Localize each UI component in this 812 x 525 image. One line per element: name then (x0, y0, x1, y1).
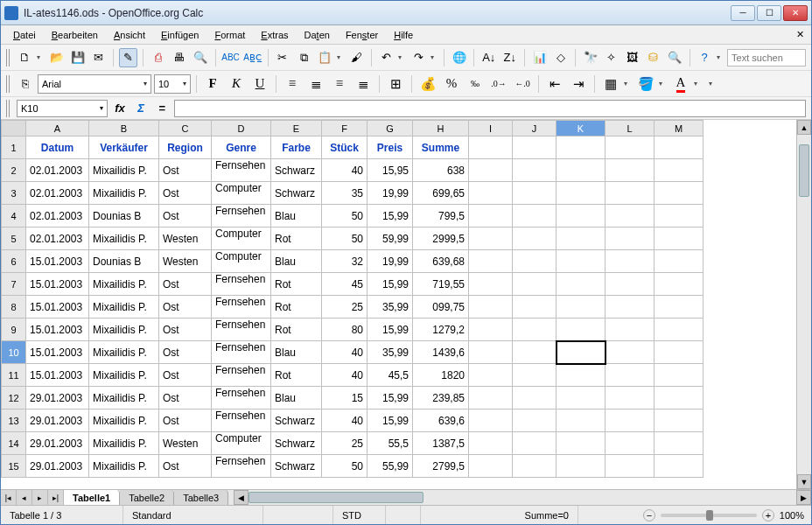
cell-D11[interactable]: Fernsehen (212, 364, 271, 387)
cell-G12[interactable]: 15,99 (368, 387, 413, 410)
formula-grip[interactable] (6, 100, 10, 117)
cell-E12[interactable]: Blau (271, 387, 322, 410)
row-header-6[interactable]: 6 (2, 250, 26, 273)
col-header-M[interactable]: M (654, 121, 704, 136)
open-icon[interactable]: 📂 (47, 48, 66, 67)
cell-B4[interactable]: Dounias B (89, 205, 159, 228)
cell-C14[interactable]: Westen (159, 432, 212, 455)
cell-B6[interactable]: Dounias B (89, 250, 159, 273)
bgcolor-icon[interactable]: 🪣 (635, 74, 656, 94)
cell-J3[interactable] (513, 182, 556, 205)
tab-prev-icon[interactable]: ◂ (17, 490, 32, 505)
cell-H6[interactable]: 639,68 (413, 250, 469, 273)
zoom-out-icon[interactable]: − (643, 509, 655, 522)
row-header-12[interactable]: 12 (2, 387, 26, 410)
menu-close-icon[interactable]: ✕ (794, 28, 806, 40)
gallery-icon[interactable]: 🖼 (623, 48, 641, 67)
redo-dropdown[interactable]: ▾ (430, 53, 439, 61)
cell-M4[interactable] (654, 205, 704, 228)
cell-M7[interactable] (654, 273, 704, 296)
cell-K5[interactable] (556, 228, 606, 250)
cell-G1[interactable]: Preis (368, 136, 413, 159)
paste-icon[interactable]: 📋 (316, 48, 334, 67)
cell-F8[interactable]: 25 (322, 296, 368, 318)
minimize-button[interactable]: ─ (731, 5, 755, 21)
cell-J13[interactable] (513, 410, 556, 432)
col-header-C[interactable]: C (159, 121, 212, 136)
menu-extras[interactable]: Extras (254, 28, 295, 42)
save-icon[interactable]: 💾 (68, 48, 87, 67)
status-sum[interactable]: Summe=0 (421, 506, 578, 524)
cell-H13[interactable]: 639,6 (413, 410, 469, 432)
cell-D7[interactable]: Fernsehen (212, 273, 271, 296)
cell-L9[interactable] (606, 318, 654, 341)
cell-H14[interactable]: 1387,5 (413, 432, 469, 455)
cell-L3[interactable] (606, 182, 654, 205)
toolbar-grip[interactable] (6, 49, 10, 66)
cell-B3[interactable]: Mixailidis P. (89, 182, 159, 205)
horizontal-scrollbar[interactable]: ◀ ▶ (234, 490, 811, 505)
align-right-icon[interactable]: ≡ (329, 74, 350, 94)
cell-J4[interactable] (513, 205, 556, 228)
cell-I8[interactable] (469, 296, 513, 318)
cell-K10[interactable] (556, 341, 606, 364)
cell-H9[interactable]: 1279,2 (413, 318, 469, 341)
col-header-I[interactable]: I (469, 121, 513, 136)
cell-F12[interactable]: 15 (322, 387, 368, 410)
cell-I11[interactable] (469, 364, 513, 387)
cell-I10[interactable] (469, 341, 513, 364)
help-icon[interactable]: ? (695, 48, 713, 67)
cell-E4[interactable]: Blau (271, 205, 322, 228)
cell-M12[interactable] (654, 387, 704, 410)
cell-D2[interactable]: Fernsehen (212, 159, 271, 182)
cell-G13[interactable]: 15,99 (368, 410, 413, 432)
cell-K12[interactable] (556, 387, 606, 410)
cell-B12[interactable]: Mixailidis P. (89, 387, 159, 410)
cell-H15[interactable]: 2799,5 (413, 455, 469, 478)
menu-format[interactable]: Format (207, 28, 252, 42)
cell-G10[interactable]: 35,99 (368, 341, 413, 364)
col-header-H[interactable]: H (413, 121, 469, 136)
edit-icon[interactable]: ✎ (119, 48, 137, 67)
cell-G15[interactable]: 55,99 (368, 455, 413, 478)
cell-H12[interactable]: 239,85 (413, 387, 469, 410)
cell-E5[interactable]: Rot (271, 228, 322, 250)
undo-dropdown[interactable]: ▾ (398, 53, 407, 61)
cell-H2[interactable]: 638 (413, 159, 469, 182)
cell-M13[interactable] (654, 410, 704, 432)
cell-F4[interactable]: 50 (322, 205, 368, 228)
tab-first-icon[interactable]: |◂ (1, 490, 17, 505)
chart-icon[interactable]: 📊 (530, 48, 549, 67)
scroll-down-icon[interactable]: ▼ (797, 474, 811, 489)
cell-C12[interactable]: Ost (159, 387, 212, 410)
cell-I7[interactable] (469, 273, 513, 296)
cell-I6[interactable] (469, 250, 513, 273)
cell-F14[interactable]: 25 (322, 432, 368, 455)
fmt-overflow[interactable]: ▾ (709, 80, 718, 88)
cell-G7[interactable]: 15,99 (368, 273, 413, 296)
cell-G3[interactable]: 19,99 (368, 182, 413, 205)
cell-E1[interactable]: Farbe (271, 136, 322, 159)
cell-M11[interactable] (654, 364, 704, 387)
cell-K9[interactable] (556, 318, 606, 341)
cell-A11[interactable]: 15.01.2003 (26, 364, 89, 387)
scroll-up-icon[interactable]: ▲ (797, 120, 811, 135)
cell-L11[interactable] (606, 364, 654, 387)
cell-C5[interactable]: Westen (159, 228, 212, 250)
cell-L13[interactable] (606, 410, 654, 432)
cell-D8[interactable]: Fernsehen (212, 296, 271, 318)
cell-F10[interactable]: 40 (322, 341, 368, 364)
italic-button[interactable]: K (226, 74, 247, 94)
status-insert[interactable]: STD (333, 506, 386, 524)
cell-C2[interactable]: Ost (159, 159, 212, 182)
row-header-3[interactable]: 3 (2, 182, 26, 205)
new-doc-dropdown[interactable]: ▾ (37, 53, 46, 61)
format-paint-icon[interactable]: 🖌 (347, 48, 366, 67)
row-header-11[interactable]: 11 (2, 364, 26, 387)
redo-icon[interactable]: ↷ (410, 48, 428, 67)
show-draw-icon[interactable]: ◇ (551, 48, 570, 67)
del-decimal-icon[interactable]: ←.0 (512, 74, 533, 94)
cell-K11[interactable] (556, 364, 606, 387)
vertical-scrollbar[interactable]: ▲ ▼ (796, 120, 811, 489)
cell-F2[interactable]: 40 (322, 159, 368, 182)
